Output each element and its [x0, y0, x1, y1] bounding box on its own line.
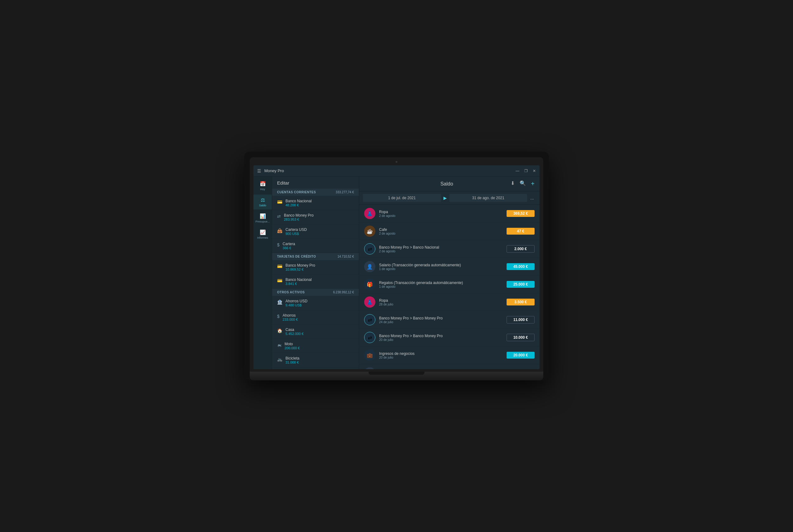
- account-balance: 233.000 €: [283, 318, 298, 321]
- date-start-button[interactable]: 1 de jul. de 2021: [363, 194, 441, 202]
- transaction-name: Ropa: [379, 210, 503, 214]
- date-more-button[interactable]: ...: [528, 195, 536, 201]
- transaction-info: Ropa 28 de julio: [379, 298, 503, 306]
- right-header: Saldo ⬇ 🔍 +: [359, 176, 539, 191]
- account-bike-icon: 🚲: [277, 357, 282, 362]
- account-ahorros-usd[interactable]: 🏦 Ahorros USD 9.480 US$: [272, 296, 359, 310]
- screen-bezel: ☰ Money Pro — ❐ ✕ 📅 Hoy ⚖: [250, 157, 543, 372]
- account-balance: 900 US$: [285, 232, 307, 235]
- account-home-icon: 🏠: [277, 328, 282, 333]
- account-moto[interactable]: 🏍 Moto 200.000 €: [272, 339, 359, 353]
- transaction-name: Banco Money Pro > Banco Nacional: [379, 245, 503, 249]
- transaction-date: 2 de agosto: [379, 214, 503, 217]
- account-bmp-credito[interactable]: 💳 Banco Money Pro 10.869,52 €: [272, 260, 359, 274]
- account-cartera[interactable]: $ Cartera 366 €: [272, 239, 359, 253]
- transaction-amount: 20.000 €: [506, 352, 535, 359]
- close-button[interactable]: ✕: [533, 169, 536, 173]
- add-transaction-button[interactable]: +: [531, 180, 535, 187]
- transaction-row[interactable]: ⇄ Banco Money Pro > Banco Money Pro 24 d…: [359, 311, 539, 329]
- titlebar: ☰ Money Pro — ❐ ✕: [254, 165, 539, 176]
- transaction-amount: 25.000 €: [506, 281, 535, 288]
- download-button[interactable]: ⬇: [511, 180, 515, 187]
- account-info: Cartera 366 €: [283, 242, 295, 250]
- account-dollar2-icon: $: [277, 314, 280, 319]
- transaction-row[interactable]: 👗 Ropa 2 de agosto 369,52 €: [359, 205, 539, 223]
- left-panel: Editar CUENTAS CORRIENTES 333.277,74 € 💳…: [272, 176, 359, 369]
- account-bn-credito[interactable]: 💳 Banco Nacional 3.841 €: [272, 274, 359, 289]
- account-name: Bicicleta: [285, 356, 299, 360]
- account-info: Banco Nacional 3.841 €: [285, 278, 312, 286]
- account-banco-money-pro-cc[interactable]: ⇄ Banco Money Pro 283.953 €: [272, 210, 359, 224]
- section-cuentas-corrientes: CUENTAS CORRIENTES 333.277,74 €: [272, 189, 359, 196]
- right-panel-title: Saldo: [383, 181, 511, 187]
- date-range-bar: 1 de jul. de 2021 ▶ 31 de ago. de 2021 .…: [359, 191, 539, 205]
- transaction-info: Banco Money Pro > Banco Nacional 2 de ag…: [379, 245, 503, 253]
- account-name: Ahorros: [283, 313, 298, 318]
- account-name: Casa: [285, 327, 303, 332]
- transaction-date: 1 de agosto: [379, 267, 503, 271]
- transaction-row[interactable]: ⇄ Banco Money Pro > Banco Money Pro 20 d…: [359, 329, 539, 346]
- transaction-row[interactable]: ⇄ Banco Money Pro > Banco Nacional 2 de …: [359, 240, 539, 258]
- transaction-row[interactable]: 👤 Salario (Transacción generada automáti…: [359, 258, 539, 276]
- transaction-name: Ingresos de negocios: [379, 352, 503, 356]
- transaction-row[interactable]: 🛋 Alquiler 18 de julio 5.000 €: [359, 364, 539, 369]
- account-info: Banco Money Pro 283.953 €: [284, 213, 313, 221]
- account-info: Cartera USD 900 US$: [285, 227, 307, 235]
- left-panel-header: Editar: [272, 176, 359, 189]
- transaction-row[interactable]: 💼 Ingresos de negocios 20 de julio 20.00…: [359, 346, 539, 364]
- transaction-info: Banco Money Pro > Banco Money Pro 20 de …: [379, 334, 503, 342]
- account-info: Banco Money Pro 10.869,52 €: [285, 263, 315, 271]
- account-cartera-usd[interactable]: 👜 Cartera USD 900 US$: [272, 224, 359, 239]
- transaction-row[interactable]: 👗 Ropa 28 de julio 3.500 €: [359, 293, 539, 311]
- transaction-icon: 👗: [364, 297, 375, 308]
- transaction-icon: 👤: [364, 261, 375, 272]
- account-name: Banco Nacional: [285, 278, 312, 282]
- account-banco-nacional[interactable]: 💳 Banco Nacional 48.200 €: [272, 196, 359, 210]
- transaction-row[interactable]: ☕ Cafe 2 de agosto 47 €: [359, 223, 539, 240]
- transaction-info: Ingresos de negocios 20 de julio: [379, 352, 503, 359]
- transaction-info: Cafe 2 de agosto: [379, 227, 503, 235]
- account-credit-icon: 💳: [277, 264, 282, 269]
- account-bicicleta[interactable]: 🚲 Bicicleta 31.000 €: [272, 353, 359, 367]
- account-balance: 200.000 €: [284, 346, 300, 350]
- date-arrow-icon: ▶: [442, 195, 448, 201]
- window-controls: — ❐ ✕: [516, 169, 536, 173]
- sidebar: 📅 Hoy ⚖ Saldo 📊 Presupue... 📈 Informes: [254, 176, 272, 369]
- account-info: Moto 200.000 €: [284, 342, 300, 350]
- account-credit2-icon: 💳: [277, 278, 282, 283]
- account-name: Ahorros USD: [285, 299, 308, 303]
- menu-icon[interactable]: ☰: [257, 168, 261, 173]
- account-balance: 10.869,52 €: [285, 268, 315, 271]
- transaction-icon: 👗: [364, 208, 375, 219]
- account-name: Moto: [284, 342, 300, 346]
- sidebar-item-today[interactable]: 📅 Hoy: [254, 178, 272, 193]
- transaction-icon: 💼: [364, 349, 375, 361]
- transaction-amount: 2.000 €: [506, 245, 535, 253]
- account-info: Ahorros 233.000 €: [283, 313, 298, 321]
- transaction-icon: ⇄: [364, 314, 375, 325]
- account-info: Ahorros USD 9.480 US$: [285, 299, 308, 307]
- date-end-button[interactable]: 31 de ago. de 2021: [449, 194, 528, 202]
- account-name: Banco Nacional: [285, 199, 312, 203]
- search-button[interactable]: 🔍: [520, 180, 526, 187]
- account-balance: 9.480 US$: [285, 303, 308, 307]
- sidebar-item-informes[interactable]: 📈 Informes: [254, 227, 272, 242]
- section-label-cuentas: CUENTAS CORRIENTES: [277, 190, 316, 194]
- sidebar-item-presupuesto[interactable]: 📊 Presupue...: [254, 211, 272, 226]
- transaction-name: Regalos (Transacción generada automática…: [379, 281, 503, 285]
- transaction-row[interactable]: 🎁 Regalos (Transacción generada automáti…: [359, 276, 539, 293]
- account-casa[interactable]: 🏠 Casa 5.452.000 €: [272, 324, 359, 339]
- transaction-icon: 🎁: [364, 279, 375, 290]
- minimize-button[interactable]: —: [516, 169, 519, 173]
- right-actions: ⬇ 🔍 +: [511, 180, 535, 187]
- laptop-outer: ☰ Money Pro — ❐ ✕ 📅 Hoy ⚖: [244, 152, 549, 380]
- account-balance: 31.000 €: [285, 360, 299, 364]
- edit-button[interactable]: Editar: [277, 180, 289, 186]
- transaction-info: Salario (Transacción generada automática…: [379, 263, 503, 271]
- account-ahorros[interactable]: $ Ahorros 233.000 €: [272, 310, 359, 324]
- account-balance: 5.452.000 €: [285, 332, 303, 336]
- maximize-button[interactable]: ❐: [524, 169, 528, 173]
- account-info: Bicicleta 31.000 €: [285, 356, 299, 364]
- sidebar-item-saldo[interactable]: ⚖ Saldo: [254, 194, 272, 209]
- transaction-date: 20 de julio: [379, 356, 503, 359]
